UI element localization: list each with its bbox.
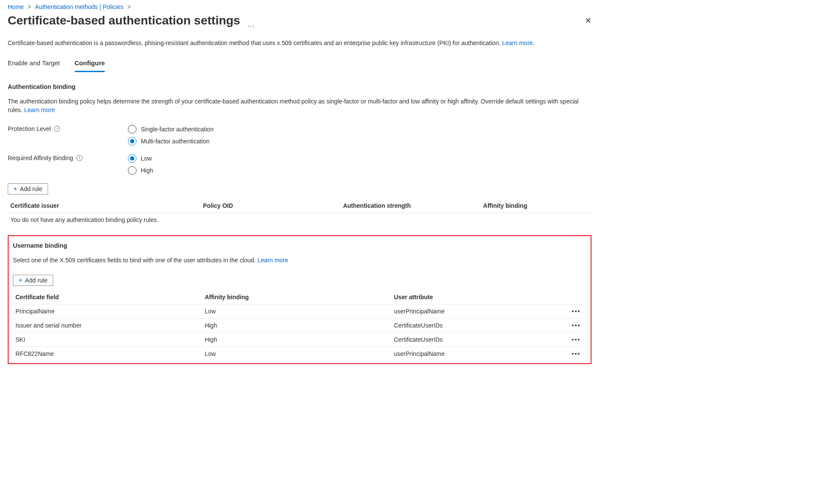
breadcrumb-auth-methods[interactable]: Authentication methods | Policies — [35, 3, 124, 10]
table-row[interactable]: PrincipalName Low userPrincipalName ••• — [13, 304, 586, 318]
add-rule-button[interactable]: + Add rule — [13, 275, 53, 286]
period: . — [533, 39, 534, 46]
learn-more-link[interactable]: Learn more — [502, 39, 533, 46]
radio-label: High — [141, 167, 153, 174]
radio-label: Multi-factor authentication — [141, 138, 209, 145]
empty-message: You do not have any authentication bindi… — [8, 213, 591, 227]
tab-enable-and-target[interactable]: Enable and Target — [8, 58, 60, 72]
table-row[interactable]: Issuer and serial number High Certificat… — [13, 318, 586, 332]
auth-binding-table: Certificate issuer Policy OID Authentica… — [8, 199, 591, 227]
col-actions — [569, 290, 586, 304]
auth-binding-desc-text: The authentication binding policy helps … — [8, 98, 579, 113]
row-more-icon[interactable]: ••• — [569, 332, 586, 346]
cell-affinity: High — [202, 332, 391, 346]
username-binding-table: Certificate field Affinity binding User … — [13, 290, 586, 361]
col-certificate-issuer[interactable]: Certificate issuer — [8, 199, 200, 213]
radio-affinity-high[interactable]: High — [128, 166, 153, 175]
add-rule-button[interactable]: + Add rule — [8, 183, 48, 194]
table-row[interactable]: RFC822Name Low userPrincipalName ••• — [13, 346, 586, 361]
learn-more-link[interactable]: Learn more — [24, 106, 55, 113]
table-row[interactable]: SKI High CertificateUserIDs ••• — [13, 332, 586, 346]
cell-user-attribute: CertificateUserIDs — [391, 332, 569, 346]
affinity-binding-row: Required Affinity Binding i Low High — [8, 154, 591, 175]
info-icon[interactable]: i — [76, 155, 82, 161]
username-binding-section: Username binding Select one of the X.509… — [8, 235, 591, 364]
page-title: Certificate-based authentication setting… — [8, 14, 240, 27]
protection-level-row: Protection Level i Single-factor authent… — [8, 125, 591, 146]
title-row: Certificate-based authentication setting… — [8, 14, 591, 27]
affinity-binding-label: Required Affinity Binding i — [8, 154, 128, 161]
row-more-icon[interactable]: ••• — [569, 346, 586, 361]
radio-label: Single-factor authentication — [141, 126, 214, 133]
radio-icon — [128, 125, 136, 134]
row-more-icon[interactable]: ••• — [569, 304, 586, 318]
username-binding-desc-text: Select one of the X.509 certificates fie… — [13, 257, 258, 264]
cell-certificate-field: PrincipalName — [13, 304, 202, 318]
plus-icon: + — [13, 185, 17, 192]
username-binding-desc: Select one of the X.509 certificates fie… — [13, 256, 586, 264]
cell-affinity: High — [202, 318, 391, 332]
radio-affinity-low[interactable]: Low — [128, 154, 153, 163]
tab-configure[interactable]: Configure — [75, 58, 105, 72]
add-rule-label: Add rule — [20, 185, 42, 192]
radio-icon — [128, 137, 136, 146]
cell-user-attribute: userPrincipalName — [391, 304, 569, 318]
radio-icon — [128, 154, 136, 163]
add-rule-label: Add rule — [25, 277, 47, 284]
col-policy-oid[interactable]: Policy OID — [200, 199, 340, 213]
auth-binding-desc: The authentication binding policy helps … — [8, 97, 591, 115]
table-row: You do not have any authentication bindi… — [8, 213, 591, 227]
cell-user-attribute: userPrincipalName — [391, 346, 569, 361]
radio-multi-factor[interactable]: Multi-factor authentication — [128, 137, 214, 146]
cell-certificate-field: Issuer and serial number — [13, 318, 202, 332]
cell-certificate-field: RFC822Name — [13, 346, 202, 361]
plus-icon: + — [18, 277, 22, 284]
close-icon[interactable]: ✕ — [585, 16, 591, 25]
description-text: Certificate-based authentication is a pa… — [8, 39, 502, 46]
auth-binding-heading: Authentication binding — [8, 83, 591, 90]
more-icon[interactable]: … — [247, 20, 255, 28]
protection-level-text: Protection Level — [8, 125, 51, 132]
radio-label: Low — [141, 155, 152, 162]
cell-user-attribute: CertificateUserIDs — [391, 318, 569, 332]
chevron-right-icon: > — [127, 3, 131, 10]
row-more-icon[interactable]: ••• — [569, 318, 586, 332]
info-icon[interactable]: i — [54, 126, 60, 132]
breadcrumb-home[interactable]: Home — [8, 3, 24, 10]
affinity-radio-group: Low High — [128, 154, 153, 175]
cell-affinity: Low — [202, 304, 391, 318]
tabs: Enable and Target Configure — [8, 58, 591, 72]
col-certificate-field[interactable]: Certificate field — [13, 290, 202, 304]
protection-level-radio-group: Single-factor authentication Multi-facto… — [128, 125, 214, 146]
chevron-right-icon: > — [27, 3, 31, 10]
page-description: Certificate-based authentication is a pa… — [8, 39, 591, 46]
col-auth-strength[interactable]: Authentication strength — [340, 199, 480, 213]
col-user-attribute[interactable]: User attribute — [391, 290, 569, 304]
cell-affinity: Low — [202, 346, 391, 361]
col-affinity-binding[interactable]: Affinity binding — [202, 290, 391, 304]
cell-certificate-field: SKI — [13, 332, 202, 346]
username-binding-heading: Username binding — [13, 242, 586, 249]
protection-level-label: Protection Level i — [8, 125, 128, 132]
radio-icon — [128, 166, 136, 175]
learn-more-link[interactable]: Learn more — [258, 257, 288, 264]
affinity-binding-text: Required Affinity Binding — [8, 155, 73, 161]
col-affinity-binding[interactable]: Affinity binding — [481, 199, 591, 213]
radio-single-factor[interactable]: Single-factor authentication — [128, 125, 214, 134]
breadcrumb: Home > Authentication methods | Policies… — [8, 3, 591, 10]
